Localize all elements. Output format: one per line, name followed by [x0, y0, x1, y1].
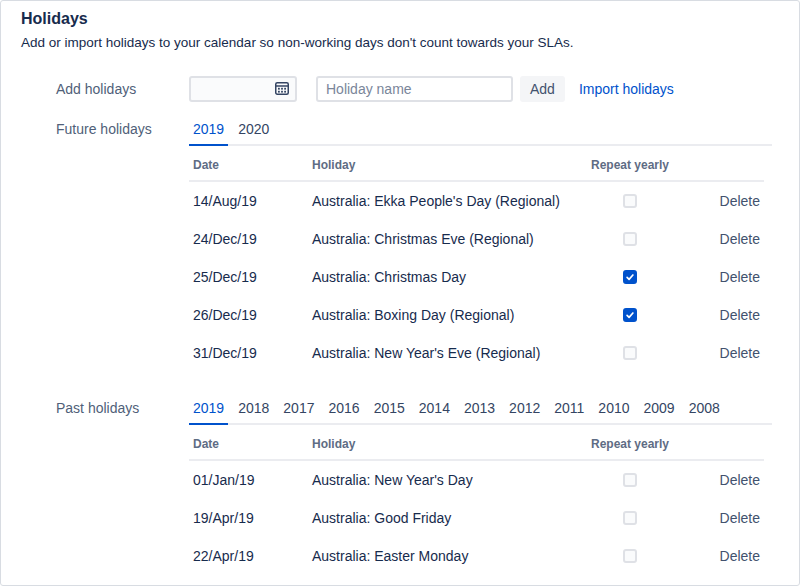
repeat-yearly-column-header: Repeat yearly	[570, 437, 690, 451]
tab-past-year-2013[interactable]: 2013	[460, 398, 499, 425]
delete-link[interactable]: Delete	[720, 193, 760, 209]
table-header-row: Date Holiday Repeat yearly	[189, 425, 764, 461]
holiday-date: 01/Jan/19	[189, 472, 312, 488]
holiday-column-header: Holiday	[312, 158, 570, 172]
holiday-name: Australia: Good Friday	[312, 510, 570, 526]
holiday-date: 25/Dec/19	[189, 269, 312, 285]
date-column-header: Date	[189, 158, 312, 172]
delete-link[interactable]: Delete	[720, 307, 760, 323]
delete-link[interactable]: Delete	[720, 345, 760, 361]
add-button[interactable]: Add	[520, 76, 565, 102]
delete-link[interactable]: Delete	[720, 269, 760, 285]
past-holidays-table: Date Holiday Repeat yearly 01/Jan/19Aust…	[189, 425, 764, 575]
table-row: 01/Jan/19Australia: New Year's DayDelete	[189, 461, 764, 499]
delete-link[interactable]: Delete	[720, 472, 760, 488]
table-row: 22/Apr/19Australia: Easter MondayDelete	[189, 537, 764, 575]
holiday-name: Australia: Easter Monday	[312, 548, 570, 564]
table-row: 25/Dec/19Australia: Christmas DayDelete	[189, 258, 764, 296]
holiday-name: Australia: New Year's Day	[312, 472, 570, 488]
tab-past-year-2019[interactable]: 2019	[189, 398, 228, 425]
date-input[interactable]	[189, 76, 297, 102]
tab-past-year-2009[interactable]: 2009	[640, 398, 679, 425]
repeat-yearly-checkbox[interactable]	[623, 511, 637, 525]
tab-past-year-2012[interactable]: 2012	[505, 398, 544, 425]
holiday-column-header: Holiday	[312, 437, 570, 451]
holiday-name: Australia: New Year's Eve (Regional)	[312, 345, 570, 361]
calendar-icon	[274, 80, 290, 99]
holidays-settings-card: Holidays Add or import holidays to your …	[0, 0, 800, 586]
tab-future-year-2019[interactable]: 2019	[189, 119, 228, 146]
tab-future-year-2020[interactable]: 2020	[234, 119, 273, 146]
future-year-tabs: 20192020	[189, 119, 772, 146]
repeat-yearly-checkbox[interactable]	[623, 270, 637, 284]
repeat-yearly-column-header: Repeat yearly	[570, 158, 690, 172]
repeat-yearly-checkbox[interactable]	[623, 549, 637, 563]
holiday-name-input[interactable]	[316, 76, 513, 102]
import-holidays-link[interactable]: Import holidays	[579, 81, 674, 97]
future-holidays-label: Future holidays	[56, 119, 189, 372]
date-column-header: Date	[189, 437, 312, 451]
holiday-date: 22/Apr/19	[189, 548, 312, 564]
tab-past-year-2016[interactable]: 2016	[324, 398, 363, 425]
delete-link[interactable]: Delete	[720, 231, 760, 247]
holiday-date: 19/Apr/19	[189, 510, 312, 526]
page-title: Holidays	[21, 9, 799, 28]
table-header-row: Date Holiday Repeat yearly	[189, 146, 764, 182]
holiday-date: 14/Aug/19	[189, 193, 312, 209]
tab-past-year-2015[interactable]: 2015	[370, 398, 409, 425]
past-holidays-section: Past holidays 20192018201720162015201420…	[56, 398, 799, 575]
tab-past-year-2018[interactable]: 2018	[234, 398, 273, 425]
holiday-name: Australia: Christmas Eve (Regional)	[312, 231, 570, 247]
table-row: 26/Dec/19Australia: Boxing Day (Regional…	[189, 296, 764, 334]
add-holidays-label: Add holidays	[56, 81, 189, 97]
delete-link[interactable]: Delete	[720, 548, 760, 564]
add-holidays-row: Add holidays Add Import holidays	[56, 75, 799, 103]
holiday-date: 24/Dec/19	[189, 231, 312, 247]
future-holidays-table: Date Holiday Repeat yearly 14/Aug/19Aust…	[189, 146, 764, 372]
holiday-date: 31/Dec/19	[189, 345, 312, 361]
table-row: 24/Dec/19Australia: Christmas Eve (Regio…	[189, 220, 764, 258]
tab-past-year-2010[interactable]: 2010	[594, 398, 633, 425]
future-holidays-section: Future holidays 20192020 Date Holiday Re…	[56, 119, 799, 372]
repeat-yearly-checkbox[interactable]	[623, 194, 637, 208]
past-year-tabs: 2019201820172016201520142013201220112010…	[189, 398, 772, 425]
holiday-date: 26/Dec/19	[189, 307, 312, 323]
past-holidays-label: Past holidays	[56, 398, 189, 575]
holiday-name: Australia: Boxing Day (Regional)	[312, 307, 570, 323]
page-description: Add or import holidays to your calendar …	[21, 34, 799, 51]
tab-past-year-2008[interactable]: 2008	[685, 398, 724, 425]
holiday-name: Australia: Ekka People's Day (Regional)	[312, 193, 570, 209]
delete-link[interactable]: Delete	[720, 510, 760, 526]
repeat-yearly-checkbox[interactable]	[623, 308, 637, 322]
holiday-name: Australia: Christmas Day	[312, 269, 570, 285]
tab-past-year-2011[interactable]: 2011	[550, 398, 588, 425]
table-row: 14/Aug/19Australia: Ekka People's Day (R…	[189, 182, 764, 220]
repeat-yearly-checkbox[interactable]	[623, 346, 637, 360]
tab-past-year-2014[interactable]: 2014	[415, 398, 454, 425]
repeat-yearly-checkbox[interactable]	[623, 473, 637, 487]
repeat-yearly-checkbox[interactable]	[623, 232, 637, 246]
table-row: 19/Apr/19Australia: Good FridayDelete	[189, 499, 764, 537]
table-row: 31/Dec/19Australia: New Year's Eve (Regi…	[189, 334, 764, 372]
tab-past-year-2017[interactable]: 2017	[279, 398, 318, 425]
